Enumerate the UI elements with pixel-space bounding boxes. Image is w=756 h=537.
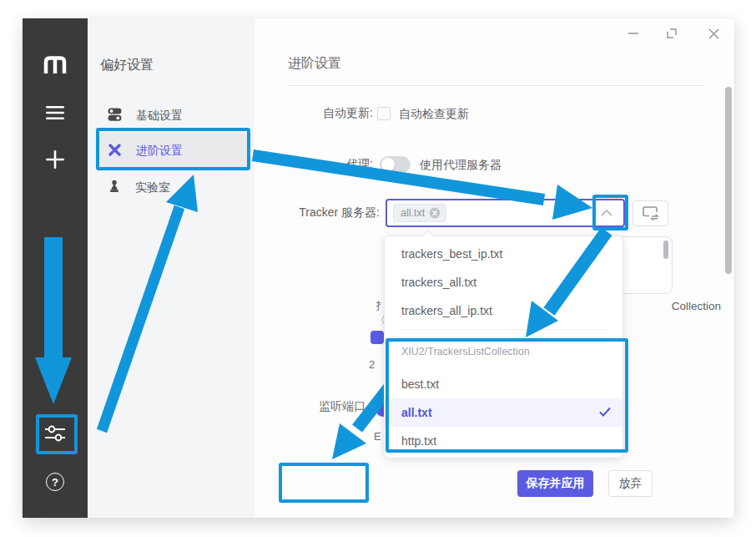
save-button[interactable]: 保存并应用 xyxy=(517,470,593,497)
proxy-toggle[interactable] xyxy=(380,156,411,173)
checked-checkbox-fragment xyxy=(370,331,384,344)
title-divider xyxy=(288,85,705,86)
annotation-box-dropdown-group xyxy=(386,338,628,453)
task-list-icon[interactable] xyxy=(23,102,88,124)
window-scrollbar-thumb[interactable] xyxy=(725,87,732,274)
dropdown-item[interactable]: trackers_all.txt xyxy=(385,268,622,296)
auto-update-checkbox[interactable] xyxy=(377,107,391,120)
tracker-tag[interactable]: all.txt xyxy=(393,204,446,222)
dropdown-divider xyxy=(400,329,608,330)
tracker-select-input[interactable]: all.txt xyxy=(386,199,625,227)
help-question-glyph: ? xyxy=(46,473,64,491)
hidden-text-fragment: E xyxy=(374,430,381,443)
nav-panel-title: 偏好设置 xyxy=(100,57,154,74)
toggles-icon xyxy=(108,108,122,124)
discard-button[interactable]: 放弃 xyxy=(608,470,653,497)
help-icon[interactable]: ? xyxy=(23,471,88,493)
maximize-button[interactable] xyxy=(663,25,680,42)
sync-trackers-button[interactable] xyxy=(633,200,668,226)
tag-label: all.txt xyxy=(401,207,425,219)
auto-update-checkbox-label[interactable]: 自动检查更新 xyxy=(399,107,469,122)
page-title: 进阶设置 xyxy=(288,55,341,73)
toggle-knob xyxy=(381,158,395,171)
annotation-box-save xyxy=(279,463,369,503)
sync-icon xyxy=(643,206,659,220)
auto-update-label: 自动更新: xyxy=(273,106,373,121)
close-button[interactable] xyxy=(705,25,722,42)
proxy-label: 代理: xyxy=(273,157,373,172)
tracker-label: Tracker 服务器: xyxy=(280,205,380,220)
proxy-toggle-label: 使用代理服务器 xyxy=(420,158,501,173)
nav-item-label: 实验室 xyxy=(135,180,170,195)
annotation-box-nav-item xyxy=(96,128,250,170)
minimize-button[interactable] xyxy=(625,25,642,42)
textarea-scrollbar[interactable] xyxy=(663,241,668,259)
motrix-logo-icon xyxy=(23,52,88,77)
annotation-box-sliders xyxy=(36,414,78,454)
annotation-box-chevron xyxy=(592,195,628,231)
add-task-icon[interactable] xyxy=(23,149,88,170)
listen-port-label: 监听端口 xyxy=(319,399,365,414)
nav-item-label: 基础设置 xyxy=(136,109,183,124)
hidden-text-fragment: 2 xyxy=(369,358,375,371)
dropdown-item[interactable]: trackers_best_ip.txt xyxy=(385,240,622,268)
preferences-nav-panel: 偏好设置 基础设置 进阶设置 实验室 xyxy=(88,18,255,518)
nav-item-lab[interactable]: 实验室 xyxy=(99,170,248,205)
stamp-icon xyxy=(108,180,121,196)
dropdown-item[interactable]: trackers_all_ip.txt xyxy=(385,296,622,325)
tag-close-icon[interactable] xyxy=(429,207,441,219)
